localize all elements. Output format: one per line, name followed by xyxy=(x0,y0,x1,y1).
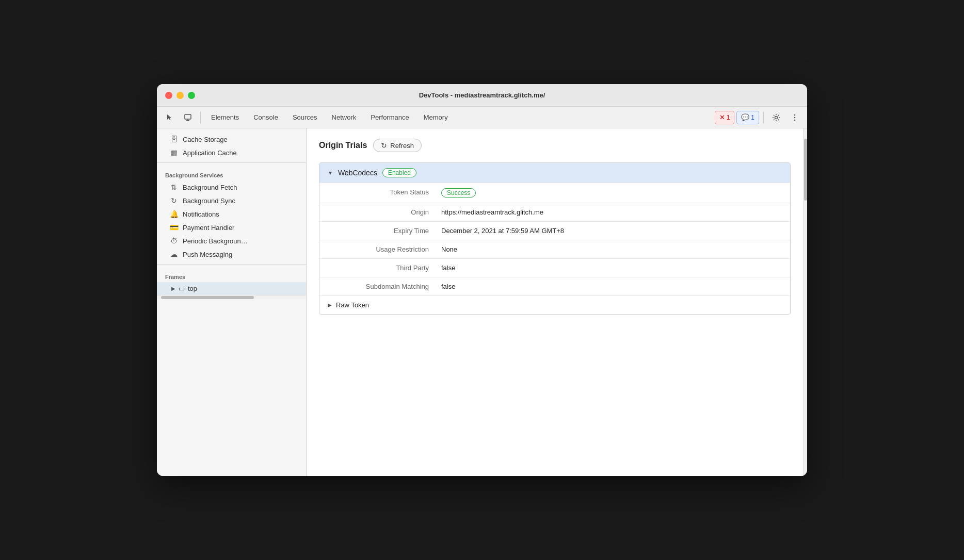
maximize-button[interactable] xyxy=(188,92,195,99)
sidebar-item-label-application-cache: Application Cache xyxy=(183,149,237,157)
origin-label: Origin xyxy=(328,208,441,216)
toolbar-divider-2 xyxy=(763,112,764,123)
error-count: 1 xyxy=(727,114,730,121)
sidebar-divider-2 xyxy=(157,264,306,265)
background-sync-icon: ↻ xyxy=(169,196,179,205)
info-badge[interactable]: 💬 1 xyxy=(736,111,759,124)
frames-arrow-icon: ▶ xyxy=(171,286,175,291)
vertical-scrollbar[interactable] xyxy=(803,128,807,476)
token-status-value: Success xyxy=(441,188,782,197)
sidebar-item-background-sync[interactable]: ↻ Background Sync xyxy=(157,194,306,207)
periodic-background-icon: ⏱ xyxy=(169,237,179,245)
content-panel: Origin Trials ↻ Refresh ▼ WebCodecs Enab… xyxy=(307,128,807,476)
sidebar-item-background-fetch[interactable]: ⇅ Background Fetch xyxy=(157,180,306,194)
background-services-label: Background Services xyxy=(157,166,306,180)
error-icon: ✕ xyxy=(719,113,725,121)
trial-row-expiry: Expiry Time December 2, 2021 at 7:59:59 … xyxy=(319,221,790,240)
svg-point-6 xyxy=(794,119,796,121)
frames-folder-icon: ▭ xyxy=(179,285,185,292)
svg-rect-0 xyxy=(185,114,191,119)
trial-row-token-status: Token Status Success xyxy=(319,183,790,203)
tab-sources[interactable]: Sources xyxy=(286,110,324,125)
trial-row-subdomain: Subdomain Matching false xyxy=(319,277,790,295)
sidebar-horizontal-scrollbar[interactable] xyxy=(157,295,306,299)
third-party-value: false xyxy=(441,264,782,272)
tab-elements[interactable]: Elements xyxy=(205,110,245,125)
expiry-value: December 2, 2021 at 7:59:59 AM GMT+8 xyxy=(441,227,782,235)
payment-handler-icon: 💳 xyxy=(169,223,179,232)
sidebar-item-label-background-fetch: Background Fetch xyxy=(183,184,237,191)
refresh-button[interactable]: ↻ Refresh xyxy=(373,139,422,152)
trial-row-origin: Origin https://mediastreamtrack.glitch.m… xyxy=(319,203,790,221)
info-icon: 💬 xyxy=(741,113,749,121)
sidebar-item-notifications[interactable]: 🔔 Notifications xyxy=(157,207,306,221)
toolbar: Elements Console Sources Network Perform… xyxy=(157,107,807,128)
svg-rect-1 xyxy=(186,120,189,121)
titlebar: DevTools - mediastreamtrack.glitch.me/ xyxy=(157,84,807,107)
content-header: Origin Trials ↻ Refresh xyxy=(319,139,791,152)
notifications-icon: 🔔 xyxy=(169,210,179,218)
trial-header[interactable]: ▼ WebCodecs Enabled xyxy=(319,163,790,183)
sidebar-scroll-area xyxy=(157,295,306,299)
svg-point-4 xyxy=(794,114,796,116)
raw-token-label: Raw Token xyxy=(336,301,369,309)
refresh-icon: ↻ xyxy=(381,141,387,150)
tab-network[interactable]: Network xyxy=(326,110,363,125)
subdomain-value: false xyxy=(441,283,782,290)
svg-point-3 xyxy=(775,116,778,119)
settings-icon-button[interactable] xyxy=(768,110,784,125)
content-and-scrollbar: Origin Trials ↻ Refresh ▼ WebCodecs Enab… xyxy=(307,128,807,476)
sidebar-item-label-push-messaging: Push Messaging xyxy=(183,251,232,258)
trial-row-usage-restriction: Usage Restriction None xyxy=(319,240,790,258)
raw-token-arrow-icon: ▶ xyxy=(328,302,332,308)
sidebar-item-frames-top[interactable]: ▶ ▭ top xyxy=(157,282,306,295)
sidebar-item-label-notifications: Notifications xyxy=(183,210,219,218)
sidebar-item-cache-storage[interactable]: 🗄 Cache Storage xyxy=(157,133,306,146)
minimize-button[interactable] xyxy=(176,92,184,99)
tab-console[interactable]: Console xyxy=(247,110,284,125)
tab-performance[interactable]: Performance xyxy=(364,110,415,125)
inspect-icon-button[interactable] xyxy=(180,110,196,125)
sidebar-item-periodic-background[interactable]: ⏱ Periodic Backgroun… xyxy=(157,234,306,248)
info-count: 1 xyxy=(751,114,754,121)
sidebar-item-label-background-sync: Background Sync xyxy=(183,197,235,205)
content-area: Origin Trials ↻ Refresh ▼ WebCodecs Enab… xyxy=(307,128,803,476)
trial-status-badge: Enabled xyxy=(382,168,416,177)
frames-top-label: top xyxy=(188,285,197,292)
window-title: DevTools - mediastreamtrack.glitch.me/ xyxy=(419,91,545,99)
usage-restriction-label: Usage Restriction xyxy=(328,245,441,253)
main-content: 🗄 Cache Storage ▦ Application Cache Back… xyxy=(157,128,807,476)
origin-value: https://mediastreamtrack.glitch.me xyxy=(441,208,782,216)
sidebar: 🗄 Cache Storage ▦ Application Cache Back… xyxy=(157,128,307,476)
sidebar-item-push-messaging[interactable]: ☁ Push Messaging xyxy=(157,248,306,261)
toolbar-divider xyxy=(200,112,201,123)
sidebar-item-label-cache-storage: Cache Storage xyxy=(183,136,228,143)
sidebar-item-payment-handler[interactable]: 💳 Payment Handler xyxy=(157,221,306,234)
sidebar-item-application-cache[interactable]: ▦ Application Cache xyxy=(157,146,306,159)
sidebar-divider-1 xyxy=(157,162,306,163)
trial-row-third-party: Third Party false xyxy=(319,258,790,277)
svg-point-5 xyxy=(794,117,796,118)
devtools-window: DevTools - mediastreamtrack.glitch.me/ E… xyxy=(157,84,807,476)
sidebar-item-label-periodic-background: Periodic Backgroun… xyxy=(183,237,248,245)
usage-restriction-value: None xyxy=(441,245,782,253)
trial-body: Token Status Success Origin https://medi… xyxy=(319,183,790,314)
close-button[interactable] xyxy=(165,92,172,99)
success-badge: Success xyxy=(441,188,476,197)
trial-section: ▼ WebCodecs Enabled Token Status Success xyxy=(319,162,791,315)
tab-memory[interactable]: Memory xyxy=(417,110,454,125)
trial-name: WebCodecs xyxy=(338,169,377,177)
page-title: Origin Trials xyxy=(319,141,367,150)
sidebar-scrollbar-thumb xyxy=(161,296,254,299)
error-badge[interactable]: ✕ 1 xyxy=(715,111,735,124)
refresh-label: Refresh xyxy=(390,142,414,150)
background-fetch-icon: ⇅ xyxy=(169,183,179,191)
cursor-icon-button[interactable] xyxy=(161,110,178,125)
frames-label: Frames xyxy=(157,268,306,282)
token-status-label: Token Status xyxy=(328,188,441,197)
expiry-label: Expiry Time xyxy=(328,227,441,235)
more-icon-button[interactable] xyxy=(786,110,803,125)
third-party-label: Third Party xyxy=(328,264,441,272)
cache-storage-icon: 🗄 xyxy=(169,135,179,143)
raw-token-row[interactable]: ▶ Raw Token xyxy=(319,295,790,314)
